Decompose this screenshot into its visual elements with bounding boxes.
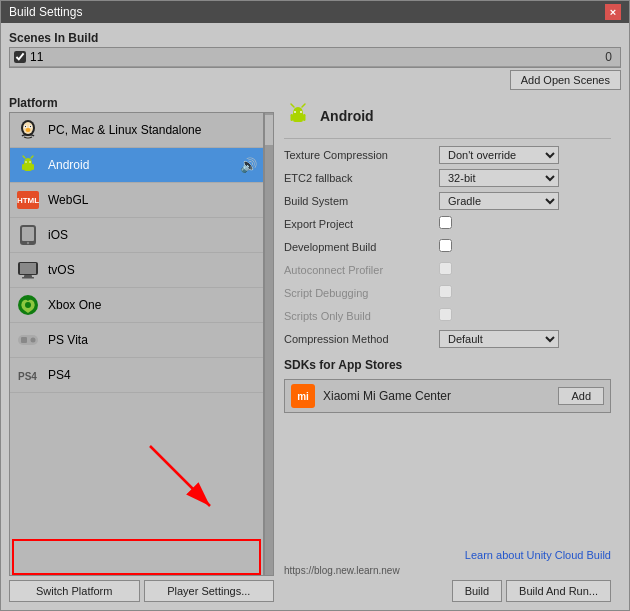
scene-item: 11 0	[10, 48, 620, 67]
platform-name-pc: PC, Mac & Linux Standalone	[48, 123, 257, 137]
scenes-area: 11 0	[9, 47, 621, 68]
texture-compression-select[interactable]: Don't override	[439, 146, 559, 164]
android-header: Android	[284, 96, 611, 139]
platform-bottom-buttons: Switch Platform Player Settings...	[9, 580, 274, 602]
export-project-checkbox[interactable]	[439, 216, 452, 229]
platform-item-webgl[interactable]: HTML WebGL	[10, 183, 263, 218]
export-project-row: Export Project	[284, 214, 611, 234]
close-button[interactable]: ×	[605, 4, 621, 20]
etc2-fallback-value: 32-bit	[439, 169, 611, 187]
svg-point-6	[26, 128, 31, 132]
svg-line-12	[31, 156, 33, 158]
sdk-box: mi Xiaomi Mi Game Center Add	[284, 379, 611, 413]
scripts-only-build-row: Scripts Only Build	[284, 306, 611, 326]
platform-item-tvos[interactable]: tvOS	[10, 253, 263, 288]
texture-compression-label: Texture Compression	[284, 149, 439, 161]
platform-scrollbar[interactable]	[264, 112, 274, 576]
svg-rect-27	[303, 114, 306, 121]
platform-panel: Platform	[9, 96, 274, 602]
compression-method-value: Default	[439, 330, 611, 348]
sdk-add-button[interactable]: Add	[558, 387, 604, 405]
build-settings-window: Build Settings × Scenes In Build 11 0 Ad…	[0, 0, 630, 611]
scenes-section: Scenes In Build 11 0 Add Open Scenes	[9, 31, 621, 90]
scene-index: 0	[605, 50, 616, 64]
platform-item-ios[interactable]: iOS	[10, 218, 263, 253]
platform-item-pc[interactable]: PC, Mac & Linux Standalone	[10, 113, 263, 148]
svg-rect-8	[32, 164, 35, 170]
android-settings-panel: Android Texture Compression Don't overri…	[274, 96, 621, 602]
platform-name-ps4: PS4	[48, 368, 257, 382]
development-build-label: Development Build	[284, 241, 439, 253]
scrollbar-thumb[interactable]	[265, 115, 273, 145]
svg-point-10	[29, 161, 31, 163]
ps4-svg: PS4	[17, 368, 39, 382]
window-title: Build Settings	[9, 5, 82, 19]
platform-item-ps4[interactable]: PS4 PS4	[10, 358, 263, 393]
add-scenes-row: Add Open Scenes	[9, 70, 621, 90]
android-header-svg	[284, 102, 312, 130]
switch-platform-button[interactable]: Switch Platform	[9, 580, 140, 602]
platform-name-tvos: tvOS	[48, 263, 257, 277]
title-bar: Build Settings ×	[1, 1, 629, 23]
svg-rect-14	[22, 227, 34, 241]
xbox-icon	[16, 293, 40, 317]
svg-point-29	[300, 111, 302, 113]
svg-line-31	[302, 104, 305, 107]
development-build-checkbox[interactable]	[439, 239, 452, 252]
scripts-only-build-label: Scripts Only Build	[284, 310, 439, 322]
platform-label: Platform	[9, 96, 274, 110]
etc2-fallback-select[interactable]: 32-bit	[439, 169, 559, 187]
autoconnect-profiler-label: Autoconnect Profiler	[284, 264, 439, 276]
development-build-row: Development Build	[284, 237, 611, 257]
platform-name-webgl: WebGL	[48, 193, 257, 207]
build-button[interactable]: Build	[452, 580, 502, 602]
add-open-scenes-button[interactable]: Add Open Scenes	[510, 70, 621, 90]
mi-icon: mi	[291, 384, 315, 408]
player-settings-button[interactable]: Player Settings...	[144, 580, 275, 602]
texture-compression-value: Don't override	[439, 146, 611, 164]
compression-method-select[interactable]: Default	[439, 330, 559, 348]
platform-item-psvita[interactable]: PS Vita	[10, 323, 263, 358]
autoconnect-profiler-checkbox[interactable]	[439, 262, 452, 275]
platform-item-xbox[interactable]: Xbox One	[10, 288, 263, 323]
svg-point-5	[30, 126, 31, 127]
compression-method-label: Compression Method	[284, 333, 439, 345]
svg-text:PS4: PS4	[18, 371, 37, 382]
build-system-value: Gradle	[439, 192, 611, 210]
platform-name-xbox: Xbox One	[48, 298, 257, 312]
tvos-icon	[16, 258, 40, 282]
android-footer: Learn about Unity Cloud Build https://bl…	[284, 543, 611, 602]
platform-name-ios: iOS	[48, 228, 257, 242]
scene-checkbox[interactable]	[14, 51, 26, 63]
platform-list-wrapper: PC, Mac & Linux Standalone	[9, 112, 274, 576]
compression-method-row: Compression Method Default	[284, 329, 611, 349]
svg-rect-23	[21, 337, 27, 343]
tvos-svg	[17, 261, 39, 279]
scripts-only-build-value	[439, 308, 611, 324]
platform-item-android[interactable]: Android 🔊	[10, 148, 263, 183]
build-system-row: Build System Gradle	[284, 191, 611, 211]
cloud-build-link[interactable]: Learn about Unity Cloud Build	[284, 549, 611, 561]
psvita-svg	[17, 333, 39, 347]
xbox-svg	[17, 294, 39, 316]
etc2-fallback-label: ETC2 fallback	[284, 172, 439, 184]
export-project-label: Export Project	[284, 218, 439, 230]
svg-point-21	[25, 302, 31, 308]
script-debugging-checkbox[interactable]	[439, 285, 452, 298]
main-content: Scenes In Build 11 0 Add Open Scenes Pla…	[1, 23, 629, 610]
ps4-icon: PS4	[16, 363, 40, 387]
footer-build-buttons: Build Build And Run...	[284, 580, 611, 602]
scenes-label: Scenes In Build	[9, 31, 621, 45]
svg-line-11	[23, 156, 25, 158]
ios-icon	[16, 223, 40, 247]
scripts-only-build-checkbox[interactable]	[439, 308, 452, 321]
svg-rect-17	[20, 263, 36, 274]
build-system-select[interactable]: Gradle	[439, 192, 559, 210]
autoconnect-profiler-value	[439, 262, 611, 278]
platform-name-psvita: PS Vita	[48, 333, 257, 347]
script-debugging-value	[439, 285, 611, 301]
etc2-fallback-row: ETC2 fallback 32-bit	[284, 168, 611, 188]
webgl-icon: HTML	[16, 188, 40, 212]
svg-point-9	[25, 161, 27, 163]
build-and-run-button[interactable]: Build And Run...	[506, 580, 611, 602]
